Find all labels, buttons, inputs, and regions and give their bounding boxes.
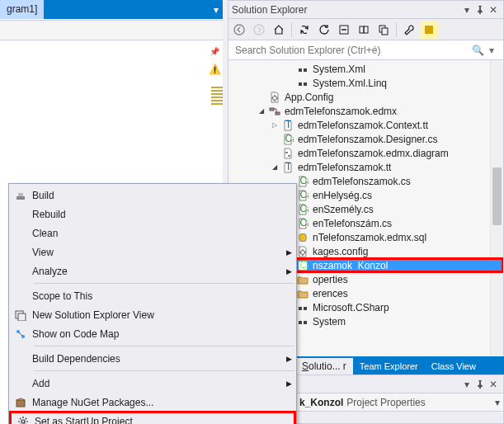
menu-item-label: Scope to This	[32, 290, 296, 302]
window-menu-icon[interactable]: ▾	[460, 378, 473, 391]
submenu-arrow-icon: ▶	[281, 379, 296, 388]
tree-item-label: edmTelefonszamok.tt	[298, 162, 391, 173]
sql-icon	[296, 231, 309, 244]
tt-icon: T	[281, 119, 294, 132]
tree-item[interactable]: edmTelefonszamok.edmx.diagram	[228, 146, 503, 160]
tab-label-suffix: r	[343, 360, 346, 372]
tree-item[interactable]: edmTelefonszamok.edmx	[228, 104, 503, 118]
svg-rect-6	[382, 28, 388, 35]
svg-rect-38	[16, 400, 25, 407]
pin-icon[interactable]	[473, 3, 487, 16]
pin-icon[interactable]	[473, 378, 487, 391]
copy-icon[interactable]	[374, 21, 393, 39]
doc-tab[interactable]: gram1]	[0, 0, 44, 19]
properties-object-type: Project Properties	[346, 397, 425, 408]
svg-text:C#: C#	[300, 218, 309, 228]
ref-icon	[296, 315, 309, 328]
tab-class-view[interactable]: Class View	[425, 358, 483, 375]
cs-icon: C#	[296, 175, 309, 188]
svg-point-0	[234, 25, 244, 35]
tree-item-label: kages.config	[313, 246, 368, 257]
proj-icon: C#	[296, 259, 309, 272]
menu-item-label: Clean	[32, 228, 296, 239]
scrollbar-thumb[interactable]	[492, 167, 502, 225]
menu-separator	[34, 370, 294, 371]
properties-object-name: k_Konzol	[299, 397, 343, 408]
close-icon[interactable]: ✕	[487, 3, 500, 16]
warning-icon: ⚠️	[209, 64, 221, 75]
svg-rect-11	[304, 82, 307, 86]
tt-icon: T	[281, 161, 294, 174]
ref-icon	[296, 301, 309, 314]
menu-item[interactable]: Manage NuGet Packages...	[9, 393, 296, 412]
dropdown-icon[interactable]: ▾	[495, 397, 500, 408]
cs-icon: C#	[296, 203, 309, 216]
sync-icon[interactable]	[295, 21, 313, 39]
menu-item[interactable]: Show on Code Map	[9, 324, 296, 343]
menu-item[interactable]: Rebuild	[9, 205, 296, 224]
tab-team-explorer[interactable]: Team Explorer	[353, 358, 425, 375]
solution-explorer-titlebar: Solution Explorer ▾ ✕	[228, 1, 503, 19]
back-icon[interactable]	[230, 21, 248, 39]
solution-explorer-search[interactable]: 🔍 ▾	[228, 40, 503, 60]
tree-item-label: App.Config	[285, 92, 333, 103]
tree-item[interactable]: System.Xml.Linq	[228, 76, 503, 90]
submenu-arrow-icon: ▶	[281, 248, 296, 257]
home-icon[interactable]	[270, 21, 288, 39]
tree-item[interactable]: App.Config	[228, 90, 503, 104]
menu-item[interactable]: Clean	[9, 224, 296, 243]
close-icon[interactable]: ✕	[487, 378, 500, 391]
tree-item[interactable]: C#edmTelefonszamok.Designer.cs	[228, 132, 503, 146]
expander-icon[interactable]	[270, 120, 280, 130]
svg-rect-10	[299, 82, 302, 86]
ref-icon	[296, 77, 309, 90]
gear-icon	[12, 416, 35, 424]
svg-rect-13	[270, 108, 274, 111]
forward-icon[interactable]	[250, 21, 268, 39]
properties-icon[interactable]	[400, 21, 418, 39]
menu-item[interactable]: View▶	[9, 243, 296, 261]
doc-dropdown-icon[interactable]: ▾	[210, 3, 223, 16]
menu-item[interactable]: Analyze▶	[9, 261, 296, 280]
menu-item[interactable]: New Solution Explorer View	[9, 305, 296, 324]
svg-rect-9	[304, 68, 307, 72]
svg-point-1	[254, 25, 264, 35]
svg-point-39	[21, 420, 25, 423]
expander-icon[interactable]	[257, 106, 266, 116]
tree-item-label: nTelefonszamok.edmx.sql	[313, 232, 426, 243]
refresh-icon[interactable]	[315, 21, 333, 39]
tree-item[interactable]: System.Xml	[228, 62, 503, 76]
tree-item-label: edmTelefonszamok.edmx.diagram	[298, 148, 449, 159]
window-menu-icon[interactable]: ▾	[460, 3, 473, 16]
preview-icon[interactable]	[420, 21, 438, 39]
collapse-icon[interactable]	[335, 21, 353, 39]
search-icon[interactable]: 🔍	[472, 45, 485, 56]
build-icon	[9, 190, 32, 201]
search-dropdown-icon[interactable]: ▾	[485, 45, 498, 56]
tree-item[interactable]: TedmTelefonszamok.tt	[228, 160, 503, 174]
solution-explorer-toolbar	[228, 19, 503, 40]
menu-item[interactable]: Build	[9, 186, 296, 205]
expander-icon[interactable]	[270, 163, 280, 172]
search-input[interactable]	[233, 44, 472, 57]
show-all-icon[interactable]	[355, 21, 373, 39]
menu-item[interactable]: Scope to This	[9, 286, 296, 305]
edmx-icon	[268, 105, 281, 118]
tab-solution-explorer[interactable]: Solutio... r	[295, 358, 353, 375]
menu-item-label: Add	[32, 378, 281, 389]
scrollbar[interactable]	[490, 60, 503, 369]
tree-item-label: enHelység.cs	[313, 190, 372, 201]
menu-item[interactable]: Build Dependencies▶	[9, 349, 296, 368]
svg-rect-4	[364, 26, 368, 33]
tree-item-label: enTelefonszám.cs	[313, 218, 392, 229]
tree-item[interactable]: TedmTelefonszamok.Context.tt	[228, 118, 503, 132]
svg-rect-35	[18, 313, 26, 321]
svg-text:T: T	[285, 120, 292, 130]
doc-tab-label: gram1]	[7, 3, 37, 15]
pin-icon[interactable]: 📌	[210, 47, 219, 56]
menu-item-label: View	[32, 247, 281, 258]
menu-item-label: Set as StartUp Project	[35, 416, 294, 424]
menu-item[interactable]: Set as StartUp Project	[9, 411, 296, 424]
menu-item[interactable]: Add▶	[9, 374, 296, 393]
tree-item-label: System	[313, 316, 346, 327]
